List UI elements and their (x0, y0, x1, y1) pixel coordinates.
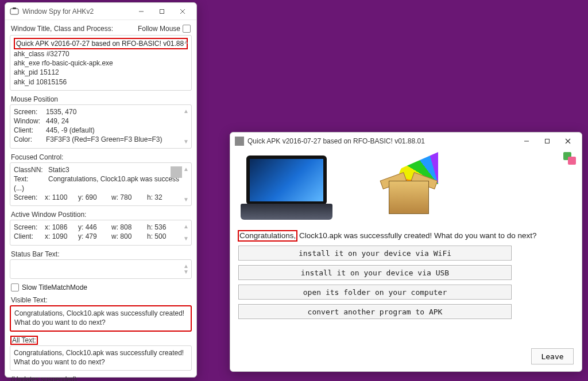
install-wifi-button[interactable]: install it on your device via WiFi (238, 246, 512, 261)
visible-text-label: Visible Text: (10, 294, 192, 304)
scroll-up-icon[interactable]: ▲ (183, 107, 189, 115)
app-icon (10, 7, 19, 16)
active-window-box: ▲ ▼ Screen: x: 1086 y: 446 w: 808 h: 536… (10, 220, 192, 245)
leave-button[interactable]: Leave (531, 348, 574, 364)
ahk-pid-line: ahk_pid 15112 (14, 68, 188, 77)
maximize-button[interactable] (152, 4, 172, 19)
focused-control-box: ▲ ▼ ClassNN:Static3 Text:Congratulations… (10, 162, 192, 207)
close-button[interactable] (172, 4, 193, 19)
scroll-down-icon[interactable]: ▼ (183, 268, 189, 276)
active-window-label: Active Window Postition: (10, 208, 192, 219)
convert-another-button[interactable]: convert another program to APK (238, 304, 512, 319)
mouse-position-label: Mouse Position (10, 93, 192, 103)
scroll-up-icon[interactable]: ▲ (183, 38, 189, 46)
status-bar-box: ▲ ▼ (10, 259, 192, 279)
window-spy: Window Spy for AHKv2 Window Title, Class… (5, 2, 197, 378)
focused-control-label: Focused Control: (10, 151, 192, 161)
ahk-exe-line: ahk_exe rfo-basic-quick-apk.exe (14, 59, 188, 68)
footer-status: (Updates suspended) (10, 373, 192, 381)
package-box-image (378, 155, 442, 219)
scroll-down-icon[interactable]: ▼ (183, 235, 189, 243)
close-button[interactable] (558, 134, 578, 149)
svg-rect-1 (13, 7, 16, 9)
scroll-up-icon[interactable]: ▲ (183, 223, 189, 231)
slow-mode-checkbox[interactable] (11, 283, 19, 291)
scroll-down-icon[interactable]: ▼ (183, 196, 189, 204)
titlebar[interactable]: Window Spy for AHKv2 (5, 3, 196, 20)
ahk-class-line: ahk_class #32770 (14, 49, 188, 59)
app-icon (235, 137, 244, 146)
app-logo-icon (563, 152, 576, 165)
open-folder-button[interactable]: open its folder on your computer (238, 285, 512, 300)
laptop-image (241, 155, 332, 223)
congratulations-word: Congratulations, (238, 231, 297, 241)
slow-mode-label: Slow TitleMatchMode (22, 283, 87, 291)
window-title: Quick APK v2016-07-27 based on RFO-BASIC… (247, 137, 516, 145)
all-text-box: Congratulations, Clock10.apk was success… (10, 345, 192, 371)
svg-rect-0 (10, 9, 18, 14)
quick-apk-window: Quick APK v2016-07-27 based on RFO-BASIC… (230, 132, 582, 372)
svg-rect-3 (160, 9, 164, 13)
header-label: Window Title, Class and Process: (11, 25, 113, 33)
target-window-title[interactable] (14, 38, 188, 49)
all-text-label: All Text: (10, 334, 192, 344)
ahk-id-line: ahk_id 10815156 (14, 77, 188, 87)
install-usb-button[interactable]: install it on your device via USB (238, 265, 512, 280)
minimize-button[interactable] (516, 134, 537, 149)
title-class-process-box: ▲ ahk_class #32770 ahk_exe rfo-basic-qui… (10, 35, 192, 91)
scroll-down-icon[interactable]: ▼ (183, 138, 189, 146)
svg-rect-7 (546, 139, 550, 143)
minimize-button[interactable] (131, 4, 152, 19)
success-message: Congratulations, Clock10.apk was success… (237, 229, 575, 244)
visible-text-box: Congratulations, Clock10.apk was success… (10, 305, 192, 332)
maximize-button[interactable] (537, 134, 558, 149)
status-bar-label: Status Bar Text: (10, 248, 192, 258)
header-row: Window Title, Class and Process: Follow … (10, 22, 192, 34)
follow-mouse-checkbox[interactable] (183, 25, 191, 33)
color-swatch (171, 166, 182, 178)
header-images (237, 152, 575, 229)
titlebar[interactable]: Quick APK v2016-07-27 based on RFO-BASIC… (230, 133, 582, 150)
window-title: Window Spy for AHKv2 (22, 7, 131, 15)
follow-mouse-label: Follow Mouse (138, 25, 180, 33)
mouse-position-box: ▲ ▼ Screen:1535, 470 Window:449, 24 Clie… (10, 104, 192, 149)
scroll-up-icon[interactable]: ▲ (183, 165, 189, 173)
